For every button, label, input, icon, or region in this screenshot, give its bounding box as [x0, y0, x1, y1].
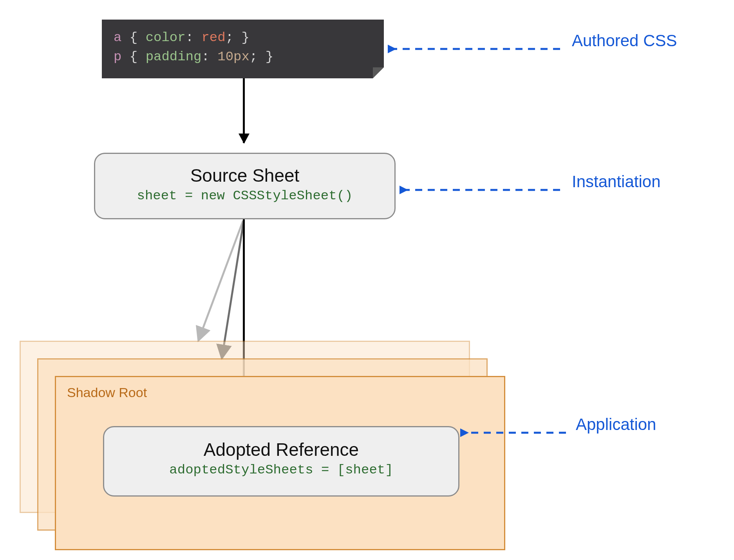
- code-value: red: [201, 30, 225, 45]
- adopted-reference-code: adoptedStyleSheets = [sheet]: [104, 462, 458, 477]
- code-colon: :: [186, 30, 193, 45]
- annotation-arrow-icon: [400, 180, 564, 200]
- code-colon: :: [201, 49, 209, 64]
- code-selector: p: [114, 49, 121, 64]
- code-semicolon: ;: [249, 49, 257, 64]
- code-line-1: a { color: red; }: [114, 28, 372, 47]
- svg-line-1: [222, 221, 244, 354]
- annotation-arrow-icon: [388, 39, 564, 59]
- adopted-reference-title: Adopted Reference: [104, 439, 458, 460]
- source-sheet-box: Source Sheet sheet = new CSSStyleSheet(): [94, 153, 396, 219]
- code-property: color: [146, 30, 186, 45]
- shadow-root-card: Shadow Root Adopted Reference adoptedSty…: [55, 376, 505, 550]
- annotation-application: Application: [576, 415, 656, 434]
- code-value: 10px: [217, 49, 249, 64]
- code-semicolon: ;: [226, 30, 233, 45]
- adopted-reference-box: Adopted Reference adoptedStyleSheets = […: [103, 426, 459, 497]
- authored-css-code-block: a { color: red; } p { padding: 10px; }: [102, 20, 384, 78]
- annotation-instantiation: Instantiation: [572, 172, 661, 191]
- code-brace-close: }: [242, 30, 249, 45]
- code-brace-open: {: [130, 49, 137, 64]
- annotation-authored-css: Authored CSS: [572, 31, 677, 50]
- code-selector: a: [114, 30, 121, 45]
- code-brace-close: }: [266, 49, 273, 64]
- arrow-down-icon: [243, 78, 245, 143]
- page-fold-icon: [373, 67, 384, 78]
- code-property: padding: [146, 49, 202, 64]
- annotation-arrow-icon: [460, 423, 570, 443]
- code-line-2: p { padding: 10px; }: [114, 47, 372, 67]
- source-sheet-code: sheet = new CSSStyleSheet(): [95, 188, 394, 203]
- svg-line-0: [200, 221, 243, 337]
- shadow-root-label: Shadow Root: [67, 385, 147, 400]
- code-brace-open: {: [130, 30, 137, 45]
- source-sheet-title: Source Sheet: [95, 165, 394, 186]
